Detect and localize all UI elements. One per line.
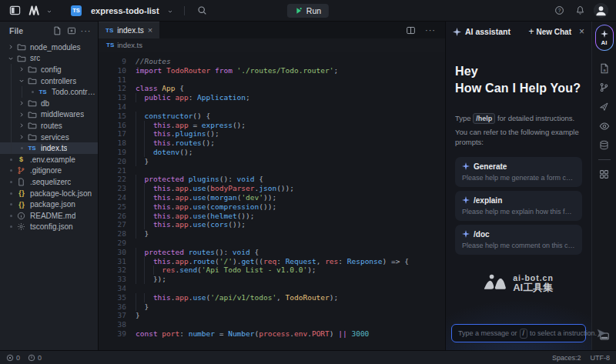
chevron-right-icon[interactable] (17, 66, 26, 72)
breadcrumb[interactable]: TS index.ts (99, 38, 445, 52)
notifications-bell-icon[interactable] (573, 4, 587, 18)
code-text[interactable]: class App { (136, 84, 184, 93)
chevron-right-icon[interactable] (17, 122, 26, 129)
code-text[interactable]: this.app.use('/api/v1/todos', TodoRouter… (136, 293, 338, 302)
code-text[interactable] (136, 102, 140, 112)
git-branch-icon[interactable] (596, 79, 613, 96)
code-text[interactable]: constructor() { (136, 112, 210, 121)
tree-item-label: package-lock.json (30, 189, 92, 198)
code-text[interactable]: } (136, 157, 149, 166)
code-text[interactable]: }); (136, 275, 166, 284)
tree-item-tsconfig-json[interactable]: tsconfig.json (0, 222, 98, 233)
app-logo-icon[interactable] (28, 5, 40, 15)
chevron-right-icon[interactable] (6, 44, 15, 50)
errors-indicator[interactable]: 0 (6, 354, 20, 362)
code-text[interactable]: } (136, 302, 149, 312)
code-text[interactable]: this.app.use(compression()); (136, 202, 276, 212)
tree-item-gitignore[interactable]: .gitignore (0, 165, 98, 177)
tree-item-env-example[interactable]: $.env.example (0, 154, 98, 165)
project-name[interactable]: express-todo-list (91, 6, 159, 15)
warnings-indicator[interactable]: 0 (28, 354, 42, 362)
tab-index-ts[interactable]: TS index.ts × (99, 22, 159, 38)
rocket-icon[interactable] (596, 99, 613, 115)
send-message-icon[interactable] (597, 329, 606, 338)
database-icon[interactable] (596, 137, 613, 154)
ai-panel-close-icon[interactable]: × (579, 26, 584, 37)
code-token: route (192, 257, 215, 265)
code-text[interactable]: protected plugins(): void { (136, 175, 263, 184)
ai-greeting-line2: How Can I Help You? (455, 80, 582, 97)
chevron-right-icon[interactable] (17, 134, 26, 140)
split-editor-icon[interactable] (403, 23, 417, 37)
code-text[interactable]: this.app.use(cors()); (136, 220, 246, 229)
tree-item-services[interactable]: services (0, 132, 98, 143)
code-text[interactable]: const port: number = Number(process.env.… (136, 329, 369, 339)
tree-item-node-modules[interactable]: node_modules (0, 42, 98, 53)
new-file-icon[interactable] (51, 25, 62, 37)
chevron-right-icon[interactable] (17, 112, 26, 118)
code-editor[interactable]: 9//Routes10import TodoRouter from './rou… (99, 52, 445, 350)
chevron-right-icon[interactable] (17, 100, 26, 106)
prompt-card-doc[interactable]: /docPlease help me comment on this code. (455, 225, 582, 255)
line-number: 26 (99, 212, 136, 221)
tree-item-readme-md[interactable]: README.md (0, 210, 98, 222)
sidebar-toggle-icon[interactable] (8, 4, 22, 18)
tree-item-db[interactable]: db (0, 98, 98, 109)
code-text[interactable]: protected routes(): void { (136, 248, 259, 257)
tree-item-controllers[interactable]: controllers (0, 75, 98, 87)
tree-item-package-json[interactable]: { }package.json (0, 199, 98, 210)
code-text[interactable]: res.send('Api Todo List - v1.0.0'); (136, 265, 316, 275)
tree-item-sequelizerc[interactable]: .sequelizerc (0, 176, 98, 188)
code-text[interactable]: this.app = express(); (136, 121, 246, 130)
chevron-down-icon[interactable] (6, 55, 15, 62)
tree-item-src[interactable]: src (0, 53, 98, 65)
docs-icon[interactable]: a (596, 60, 613, 77)
eye-icon[interactable] (596, 118, 613, 135)
help-icon[interactable]: ? (552, 4, 566, 18)
chat-message-input[interactable]: Type a message or / to select a instruct… (451, 324, 586, 342)
tree-item-middlewares[interactable]: middlewares (0, 109, 98, 121)
tree-item-package-lock-json[interactable]: { }package-lock.json (0, 188, 98, 199)
rail-item-ai[interactable]: AI (595, 25, 614, 51)
tab-close-icon[interactable]: × (148, 26, 152, 35)
code-text[interactable]: this.plugins(); (136, 129, 219, 139)
prompt-card-generate[interactable]: GeneratePlease help me generate a form c… (455, 157, 582, 187)
code-text[interactable]: import TodoRouter from './routes/Todo.ro… (136, 66, 338, 75)
indentation-setting[interactable]: Spaces:2 (552, 354, 581, 362)
code-text[interactable]: } (136, 229, 149, 239)
tree-item-index-ts[interactable]: TSindex.ts (0, 142, 98, 154)
search-icon[interactable] (196, 4, 209, 18)
code-text[interactable]: this.app.use(morgan('dev')); (136, 193, 276, 202)
new-chat-button[interactable]: + New Chat (528, 27, 571, 36)
code-text[interactable]: public app: Application; (136, 93, 250, 102)
code-text[interactable]: this.app.route('/').get((req: Request, r… (136, 257, 409, 266)
code-text[interactable]: dotenv(); (136, 148, 192, 157)
tree-item-routes[interactable]: routes (0, 120, 98, 132)
encoding-setting[interactable]: UTF-8 (591, 354, 611, 362)
tree-item-todo-controller-ts[interactable]: TSTodo.controller.ts (0, 86, 98, 98)
code-text[interactable]: this.routes(); (136, 139, 215, 148)
new-folder-icon[interactable] (65, 25, 77, 37)
json-file-icon: { } (15, 189, 27, 197)
project-chevron-down-icon[interactable] (167, 4, 173, 18)
file-bullet (6, 215, 15, 217)
prompt-card-explain[interactable]: /explainPlease help me explain how this … (455, 191, 582, 221)
code-text[interactable]: //Routes (136, 57, 171, 66)
tree-item-config[interactable]: config (0, 64, 98, 75)
run-button[interactable]: Run (287, 4, 329, 18)
code-text[interactable] (136, 320, 140, 329)
code-text[interactable] (136, 239, 140, 248)
code-text[interactable] (136, 166, 140, 175)
logo-chevron-down-icon[interactable] (46, 4, 52, 18)
code-text[interactable] (136, 75, 140, 85)
apps-grid-icon[interactable] (596, 166, 613, 183)
more-actions-icon[interactable]: ··· (80, 25, 92, 37)
code-text[interactable]: this.app.use(bodyParser.json()); (136, 184, 294, 193)
user-avatar[interactable] (594, 3, 608, 18)
code-text[interactable] (136, 284, 140, 293)
editor-more-icon[interactable]: ··· (424, 23, 437, 37)
code-token: cors (210, 220, 228, 229)
code-text[interactable]: this.app.use(helmet()); (136, 212, 255, 221)
chevron-down-icon[interactable] (17, 78, 26, 84)
code-text[interactable]: } (136, 311, 140, 320)
